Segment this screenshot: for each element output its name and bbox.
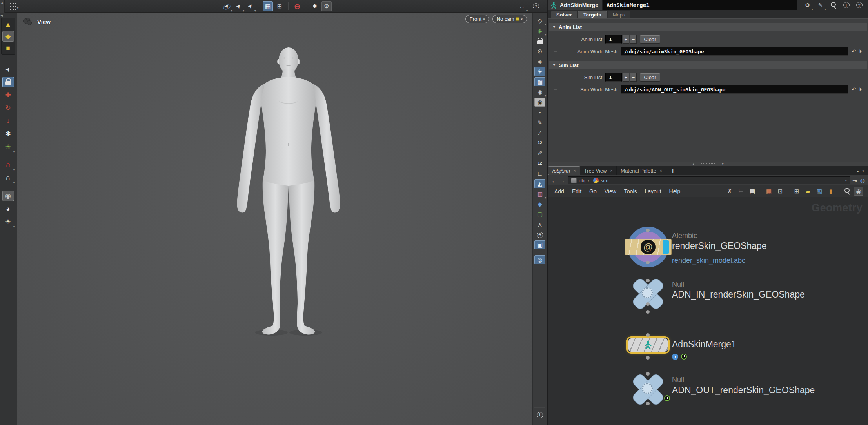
select-mode-prims-icon[interactable]: ■ [2, 43, 14, 53]
no-lighting-icon[interactable]: ⊘ [534, 47, 545, 56]
visualizers-menu-icon[interactable]: ⊖ [534, 230, 545, 239]
sim-mesh-input[interactable]: /obj/sim/ADN_OUT_simSkin_GEOShape [621, 85, 848, 94]
hide-other-objects-icon[interactable]: ⊖ [292, 1, 302, 11]
menu-help[interactable]: Help [665, 188, 685, 194]
display-prim-numbers-icon[interactable]: 12 [534, 159, 545, 168]
normal-lighting-icon[interactable]: ☀ [534, 67, 545, 76]
camera-dropdown[interactable]: No cam ▾ [492, 15, 527, 23]
anim-count-input[interactable]: 1 [605, 35, 622, 44]
network-tab[interactable]: Tree View × [580, 166, 617, 175]
tab[interactable]: Solver [551, 11, 577, 18]
row-menu-icon[interactable]: ≡ [551, 86, 560, 93]
search-icon[interactable] [828, 1, 838, 10]
view-tool-icon[interactable]: ➤ [222, 1, 232, 11]
menu-go[interactable]: Go [585, 188, 601, 194]
info-badge-icon[interactable]: i [672, 354, 678, 360]
node-file-link[interactable]: render_skin_model.abc [672, 256, 767, 265]
display-groups-icon[interactable]: ▢ [534, 210, 545, 219]
list-pane-icon[interactable]: ▤ [748, 187, 757, 196]
transform-tool-icon[interactable]: ➤ [245, 1, 255, 11]
snapshot-icon[interactable]: ▣ [534, 240, 545, 249]
select-mode-objects-icon[interactable]: ▲ [2, 19, 14, 30]
view-direction-dropdown[interactable]: Front ▾ [465, 15, 489, 23]
headlight-icon[interactable]: ◈ [534, 57, 545, 66]
maximize-pane-icon[interactable]: ▪ [857, 169, 859, 173]
display-point-trails-icon[interactable]: ✎ [534, 118, 545, 127]
connector-dot[interactable] [646, 356, 650, 360]
brush-icon[interactable]: ✎ [815, 1, 825, 10]
toolbar-menu-grip[interactable]: ▾ [9, 2, 19, 10]
menu-layout[interactable]: Layout [641, 188, 665, 194]
sticky-note-icon[interactable]: ▰ [803, 187, 813, 196]
smooth-wire-icon[interactable]: ◈ [534, 26, 545, 35]
viewport-mask-icon[interactable]: ◕ [2, 203, 14, 214]
close-icon[interactable]: × [610, 169, 612, 173]
link-editor-icon[interactable]: ∷ [517, 1, 527, 11]
node-type-chip[interactable]: AdnSkinMerge ▾ [548, 0, 603, 10]
display-profiles-icon[interactable]: ∟ [534, 169, 545, 178]
asset-gallery-icon[interactable]: ▮ [826, 187, 835, 196]
display-options-eye-icon[interactable]: ◉ [534, 98, 545, 107]
connector-dot[interactable] [646, 402, 650, 405]
network-tab[interactable]: /obj/sim × [548, 166, 580, 175]
viewport-3d[interactable]: View Front ▾ No cam ▾ [17, 13, 532, 425]
tree-pane-icon[interactable]: ⊢ [736, 187, 746, 196]
secure-selection-lock-icon[interactable] [2, 77, 14, 87]
rotate-tool-icon[interactable]: ↻ [2, 103, 14, 113]
toolbox-icon[interactable]: ✗ [725, 187, 734, 196]
time-dependent-badge-icon[interactable] [681, 354, 687, 360]
pin-path-icon[interactable]: ⇥ [852, 177, 857, 183]
close-icon[interactable]: × [574, 169, 576, 173]
translate-tool-icon[interactable]: ✚ [2, 90, 14, 100]
connector-dot[interactable] [646, 333, 650, 337]
background-image-icon[interactable]: ▧ [815, 187, 824, 196]
tab[interactable]: Targets [578, 11, 607, 18]
camera-tool-icon[interactable]: ◉ [2, 191, 14, 201]
display-gnomon-icon[interactable]: ⋏ [534, 220, 545, 229]
display-normals-icon[interactable]: ◭ [534, 179, 545, 188]
camera-lock-icon[interactable] [534, 36, 545, 45]
select-mode-components-icon[interactable]: ◆ [2, 31, 14, 42]
display-points-icon[interactable]: ● [534, 108, 545, 117]
visualize-eye-icon[interactable]: ◉ [534, 87, 545, 96]
display-materials-icon[interactable]: ◆ [534, 200, 545, 209]
display-point-numbers-icon[interactable]: 12 [534, 138, 545, 147]
display-prim-hooks-icon[interactable]: ✎ [534, 149, 545, 158]
display-point-normals-icon[interactable]: ∕ [534, 128, 545, 137]
row-menu-icon[interactable]: ≡ [551, 48, 560, 55]
search-icon[interactable] [843, 187, 852, 196]
toolbar-separator[interactable] [259, 2, 259, 10]
toolbar-separator[interactable] [306, 2, 306, 10]
node-picker-icon[interactable]: ➤ [857, 48, 864, 54]
connector-dot[interactable] [646, 279, 650, 282]
sim-clear-button[interactable]: Clear [640, 73, 660, 82]
wire-dot[interactable] [646, 310, 650, 314]
menu-view[interactable]: View [601, 188, 620, 194]
new-tab-button[interactable]: + [666, 166, 679, 175]
snap-magnet-icon[interactable]: ∩ [2, 160, 14, 170]
menu-tools[interactable]: Tools [620, 188, 641, 194]
anim-list-section-header[interactable]: ▼ Anim List [549, 23, 867, 31]
node-picker-icon[interactable]: ➤ [857, 86, 864, 92]
light-tool-icon[interactable]: ☀ [2, 216, 14, 227]
info-icon[interactable]: i [841, 1, 851, 10]
connector-dot[interactable] [646, 229, 650, 232]
viewport-info-icon[interactable]: i [534, 410, 545, 420]
node-null-out-icon[interactable] [629, 374, 667, 404]
left-triangle-icon[interactable]: ◀ [0, 14, 3, 17]
connector-dot[interactable] [646, 302, 650, 306]
menu-edit[interactable]: Edit [568, 188, 585, 194]
help-icon[interactable]: ? [854, 1, 864, 10]
view-pin-icon[interactable]: ◎ [534, 255, 545, 264]
anim-clear-button[interactable]: Clear [640, 35, 660, 44]
scale-tool-icon[interactable]: ↕ [2, 116, 14, 126]
time-dependent-badge-icon[interactable] [664, 395, 670, 401]
display-textures-icon[interactable]: ▦ [534, 189, 545, 198]
select-arrow-icon[interactable]: ➤ [2, 64, 14, 74]
hq-lighting-icon[interactable]: ▩ [534, 77, 545, 86]
sim-list-section-header[interactable]: ▼ Sim List [549, 61, 867, 69]
snap-point-magnet-icon[interactable]: ∩ [2, 173, 14, 183]
pose-tool-icon[interactable]: ✱ [2, 129, 14, 139]
connector-dot[interactable] [646, 372, 650, 376]
character-menu-icon[interactable]: ✱ [310, 1, 320, 11]
